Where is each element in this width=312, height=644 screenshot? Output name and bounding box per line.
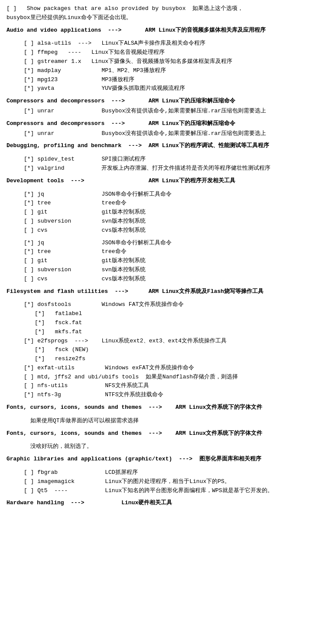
spacer	[6, 138, 306, 141]
section-header: Fonts, cursors, icons, sounds and themes…	[6, 429, 306, 438]
list-item: [ ] subversion svn版本控制系统	[6, 266, 306, 275]
spacer	[6, 235, 306, 239]
text-line: [ ] Show packages that are also provided…	[6, 4, 306, 13]
list-item: [*] unrar Busybox没有提供该命令,如果需要解压缩.rar压缩包则…	[6, 107, 306, 116]
list-item: [*] valgrind 开发板上内存泄漏、打开文件描述符是否关闭等程序健壮性测…	[6, 164, 306, 173]
list-item-sub: [*] resize2fs	[6, 355, 306, 364]
section-header: Graphic libraries and applications (grap…	[6, 455, 306, 464]
list-item: [ ] gstreamer 1.x Linux下摄像头、音视频播放等知名多媒体框…	[6, 57, 306, 66]
spacer	[6, 284, 306, 287]
list-item: [ ] git git版本控制系统	[6, 256, 306, 266]
section-header: Hardware handling ---> Linux硬件相关工具	[6, 499, 306, 508]
section-header: Audio and video applications ---> ARM Li…	[6, 26, 306, 35]
spacer	[6, 465, 306, 468]
section-header: Compressors and decompressors ---> ARM L…	[6, 97, 306, 106]
spacer	[6, 451, 306, 455]
list-item: [*] tree tree命令	[6, 199, 306, 208]
list-item-sub: [*] fsck (NEW)	[6, 345, 306, 355]
text-line: busybox里已经提供的Linux命令下面还会出现。	[6, 13, 306, 23]
list-item: [*] tree tree命令	[6, 247, 306, 256]
list-item-sub: [*] mkfs.fat	[6, 328, 306, 337]
list-item: [ ] ffmpeg ---- Linux下知名音视频处理程序	[6, 48, 306, 57]
spacer	[6, 36, 306, 39]
list-item-sub: [*] fatlabel	[6, 309, 306, 319]
list-item: [ ] fbgrab LCD抓屏程序	[6, 468, 306, 477]
list-item: [*] ntfs-3g NTFS文件系统挂载命令	[6, 391, 306, 400]
spacer	[6, 23, 306, 26]
section-header: Fonts, cursors, icons, sounds and themes…	[6, 403, 306, 412]
list-item: [*] yavta YUV摄像头抓取图片或视频流程序	[6, 84, 306, 93]
list-item: [*] exfat-utils Windows exFAT文件系统操作命令	[6, 364, 306, 373]
list-item: [ ] subversion svn版本控制系统	[6, 217, 306, 226]
list-item: [ ] Qt5 ---- Linux下知名的跨平台图形化界面编程库，WPS就是基…	[6, 486, 306, 496]
list-item: [ ] cvs cvs版本控制系统	[6, 226, 306, 235]
spacer	[6, 151, 306, 155]
list-item: [*] jq JSON串命令行解析工具命令	[6, 239, 306, 248]
section-header: Compressors and decompressors ---> ARM L…	[6, 119, 306, 128]
section-header: Debugging, profiling and benchmark ---> …	[6, 141, 306, 151]
list-item: [ ] imagemagick Linux下的图片处理程序，相当于Linux下的…	[6, 477, 306, 486]
list-item: [ ] git git版本控制系统	[6, 208, 306, 217]
spacer	[6, 413, 306, 417]
note-text: 没啥好玩的，就别选了。	[6, 442, 306, 451]
list-item: [*] e2fsprogs ---> Linux系统ext2、ext3、ext4…	[6, 337, 306, 346]
list-item: [*] spidev_test SPI接口测试程序	[6, 155, 306, 164]
spacer	[6, 187, 306, 190]
list-item: [*] dosfstools Windows FAT文件系统操作命令	[6, 300, 306, 309]
list-item-sub: [*] fsck.fat	[6, 319, 306, 328]
spacer	[6, 297, 306, 300]
spacer	[6, 173, 306, 177]
section-header: Filesystem and flash utilities ---> ARM …	[6, 287, 306, 296]
main-content: [ ] Show packages that are also provided…	[6, 4, 306, 508]
spacer	[6, 426, 306, 429]
spacer	[6, 439, 306, 442]
spacer	[6, 495, 306, 499]
list-item: [*] madplay MP1、MP2、MP3播放程序	[6, 66, 306, 76]
list-item: [ ] alsa-utils ---> Linux下ALSA声卡操作库及相关命令…	[6, 39, 306, 48]
list-item: [*] jq JSON串命令行解析工具命令	[6, 190, 306, 199]
spacer	[6, 400, 306, 403]
list-item: [ ] mtd, jffs2 and ubi/ubifs tools 如果是Na…	[6, 373, 306, 382]
list-item: [*] mpg123 MP3播放程序	[6, 76, 306, 85]
spacer	[6, 116, 306, 119]
list-item: [*] unrar Busybox没有提供该命令,如果需要解压缩.rar压缩包则…	[6, 129, 306, 138]
list-item: [ ] cvs cvs版本控制系统	[6, 275, 306, 284]
section-header: Development tools ---> ARM Linux下的程序开发相关…	[6, 177, 306, 186]
list-item: [ ] nfs-utils NFS文件系统工具	[6, 381, 306, 391]
note-text: 如果使用QT库做界面的话可以根据需求选择	[6, 417, 306, 426]
spacer	[6, 93, 306, 97]
